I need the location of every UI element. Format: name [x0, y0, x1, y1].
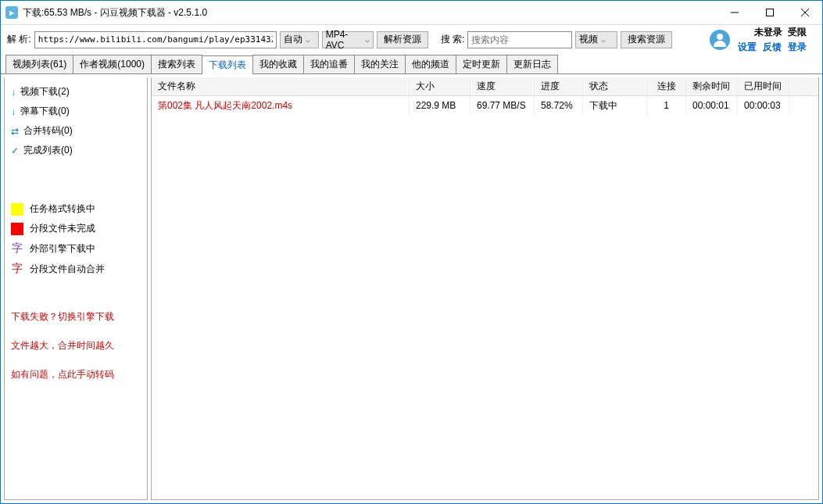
sidebar: ↓视频下载(2)↓弹幕下载(0)⇄合并转码(0)✓完成列表(0)任务格式转换中分… — [4, 77, 148, 500]
main-panel: 文件名称 大小 速度 进度 状态 连接 剩余时间 已用时间 第002集 凡人风起… — [151, 77, 819, 500]
th-speed[interactable]: 速度 — [471, 77, 535, 95]
titlebar: 下载:65.53 MB/s - 闪豆视频下载器 - v2.5.1.0 — [1, 1, 822, 24]
parse-label: 解 析: — [7, 33, 31, 46]
table-body: 第002集 凡人风起天南2002.m4s229.9 MB69.77 MB/S58… — [152, 96, 818, 499]
video-type-select[interactable]: 视频⌵ — [575, 31, 617, 48]
tab-1[interactable]: 作者视频(1000) — [73, 55, 152, 73]
auto-select[interactable]: 自动⌵ — [280, 31, 319, 48]
download-icon: ↓ — [11, 106, 16, 117]
login-link[interactable]: 登录 — [788, 41, 807, 54]
avatar[interactable] — [710, 30, 730, 50]
cell-status: 下载中 — [583, 96, 647, 115]
hint-2[interactable]: 如有问题，点此手动转码 — [11, 368, 141, 381]
sidebar-item-3[interactable]: ✓完成列表(0) — [11, 144, 141, 157]
cell-speed: 69.77 MB/S — [471, 96, 535, 115]
toolbar: 解 析: 自动⌵ MP4-AVC⌵ 解析资源 搜 索: 视频⌵ 搜索资源 未登录… — [1, 24, 822, 54]
sidebar-item-label: 视频下载(2) — [20, 85, 70, 98]
table-row[interactable]: 第002集 凡人风起天南2002.m4s229.9 MB69.77 MB/S58… — [152, 96, 818, 115]
tab-3[interactable]: 下载列表 — [202, 55, 253, 74]
sidebar-item-label: 弹幕下载(0) — [20, 105, 70, 118]
th-size[interactable]: 大小 — [410, 77, 471, 95]
th-used[interactable]: 已用时间 — [738, 77, 789, 95]
feedback-link[interactable]: 反馈 — [763, 41, 782, 54]
tab-6[interactable]: 我的关注 — [354, 55, 406, 73]
svg-rect-1 — [766, 9, 773, 16]
legend-item-1: 分段文件未完成 — [11, 222, 141, 235]
legend-swatch — [11, 203, 23, 216]
th-remain[interactable]: 剩余时间 — [686, 77, 738, 95]
legend-char: 字 — [11, 241, 23, 256]
cell-remain: 00:00:01 — [686, 96, 738, 115]
table-header: 文件名称 大小 速度 进度 状态 连接 剩余时间 已用时间 — [152, 77, 818, 96]
sidebar-item-label: 合并转码(0) — [23, 124, 73, 138]
minimize-button[interactable] — [717, 1, 752, 24]
hint-1[interactable]: 文件越大，合并时间越久 — [11, 339, 141, 352]
chevron-down-icon: ⌵ — [601, 35, 606, 44]
login-status: 未登录 受限 — [754, 26, 807, 39]
close-button[interactable] — [787, 1, 822, 24]
chevron-down-icon: ⌵ — [365, 35, 370, 44]
url-input[interactable] — [34, 31, 277, 48]
th-name[interactable]: 文件名称 — [152, 77, 410, 95]
legend-item-2: 字外部引擎下载中 — [11, 241, 141, 256]
window-title: 下载:65.53 MB/s - 闪豆视频下载器 - v2.5.1.0 — [23, 6, 717, 20]
legend-label: 分段文件未完成 — [30, 222, 95, 235]
format-select[interactable]: MP4-AVC⌵ — [322, 31, 374, 48]
settings-link[interactable]: 设置 — [738, 41, 757, 54]
tab-5[interactable]: 我的追番 — [303, 55, 355, 73]
parse-button[interactable]: 解析资源 — [377, 31, 428, 48]
cell-used: 00:00:03 — [738, 96, 789, 115]
hint-0[interactable]: 下载失败？切换引擎下载 — [11, 310, 141, 323]
sidebar-item-1[interactable]: ↓弹幕下载(0) — [11, 105, 141, 118]
maximize-button[interactable] — [752, 1, 787, 24]
swap-icon: ⇄ — [11, 126, 19, 137]
cell-name: 第002集 凡人风起天南2002.m4s — [152, 96, 410, 115]
chevron-down-icon: ⌵ — [306, 35, 310, 44]
th-progress[interactable]: 进度 — [535, 77, 583, 95]
tab-9[interactable]: 更新日志 — [506, 55, 558, 73]
app-icon — [5, 6, 18, 19]
sidebar-item-2[interactable]: ⇄合并转码(0) — [11, 124, 141, 138]
search-label: 搜 索: — [441, 33, 465, 46]
sidebar-item-0[interactable]: ↓视频下载(2) — [11, 85, 141, 98]
search-input[interactable] — [467, 31, 572, 48]
cell-conn: 1 — [647, 96, 686, 115]
legend-swatch — [11, 223, 23, 235]
check-icon: ✓ — [11, 145, 19, 156]
sidebar-item-label: 完成列表(0) — [23, 144, 73, 157]
legend-label: 外部引擎下载中 — [30, 242, 95, 256]
tab-4[interactable]: 我的收藏 — [252, 55, 304, 73]
legend-label: 分段文件自动合并 — [30, 263, 105, 276]
tab-0[interactable]: 视频列表(61) — [5, 55, 73, 73]
tab-8[interactable]: 定时更新 — [456, 55, 507, 73]
download-icon: ↓ — [11, 87, 16, 98]
th-status[interactable]: 状态 — [583, 77, 647, 95]
cell-progress: 58.72% — [535, 96, 583, 115]
legend-char: 字 — [11, 262, 23, 276]
tab-bar: 视频列表(61)作者视频(1000)搜索列表下载列表我的收藏我的追番我的关注他的… — [1, 54, 822, 74]
tab-2[interactable]: 搜索列表 — [151, 55, 202, 73]
tab-7[interactable]: 他的频道 — [405, 55, 456, 73]
th-conn[interactable]: 连接 — [647, 77, 686, 95]
cell-size: 229.9 MB — [410, 96, 471, 115]
legend-item-0: 任务格式转换中 — [11, 202, 141, 216]
legend-label: 任务格式转换中 — [30, 202, 95, 216]
legend-item-3: 字分段文件自动合并 — [11, 262, 141, 276]
search-button[interactable]: 搜索资源 — [621, 31, 672, 48]
